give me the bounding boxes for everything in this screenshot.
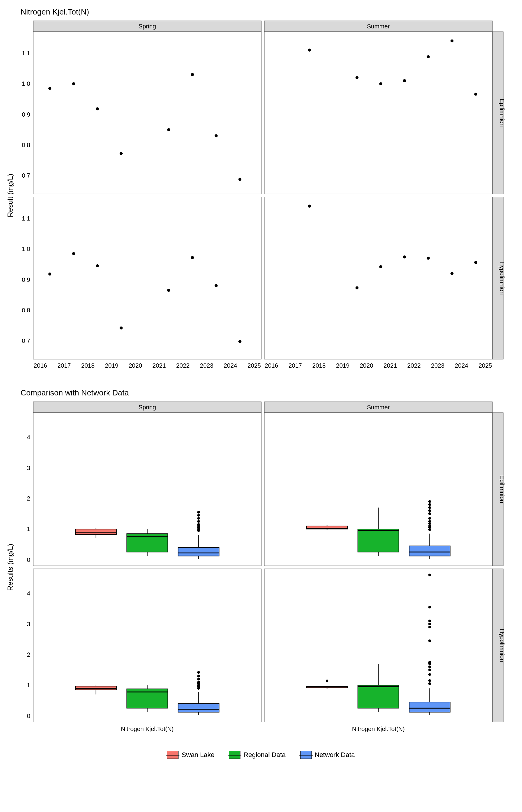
svg-text:Nitrogen Kjel.Tot(N): Nitrogen Kjel.Tot(N) xyxy=(352,726,405,732)
svg-text:2016: 2016 xyxy=(34,362,47,369)
svg-text:Summer: Summer xyxy=(367,23,390,29)
svg-point-233 xyxy=(428,512,431,515)
svg-point-122 xyxy=(474,261,477,264)
legend-item-network: Network Data xyxy=(300,751,355,759)
svg-text:2022: 2022 xyxy=(176,362,190,369)
boxplot-svg: Results (mg/L)SpringSummerEpilimnionHypo… xyxy=(6,401,516,739)
svg-point-264 xyxy=(428,661,431,664)
svg-rect-221 xyxy=(358,529,399,552)
svg-text:Hypolimnion: Hypolimnion xyxy=(499,261,505,295)
svg-rect-225 xyxy=(409,546,450,556)
svg-point-270 xyxy=(428,574,431,576)
svg-point-269 xyxy=(428,606,431,608)
svg-point-59 xyxy=(191,256,194,259)
svg-point-57 xyxy=(120,327,123,329)
svg-text:2019: 2019 xyxy=(336,362,349,369)
svg-text:1.1: 1.1 xyxy=(22,215,30,222)
svg-point-200 xyxy=(197,674,200,677)
legend: Swan Lake Regional Data Network Data xyxy=(6,751,516,759)
svg-text:2025: 2025 xyxy=(247,362,261,369)
svg-point-198 xyxy=(197,681,200,684)
svg-text:0.9: 0.9 xyxy=(22,111,30,118)
svg-point-121 xyxy=(450,272,454,275)
svg-point-31 xyxy=(215,134,218,137)
svg-text:0.7: 0.7 xyxy=(22,172,30,179)
svg-text:2024: 2024 xyxy=(455,362,468,369)
svg-text:2016: 2016 xyxy=(265,362,278,369)
legend-item-regional: Regional Data xyxy=(229,751,285,759)
svg-point-32 xyxy=(238,178,241,181)
svg-point-267 xyxy=(428,623,431,625)
svg-point-98 xyxy=(450,39,454,42)
svg-point-58 xyxy=(167,289,170,292)
svg-point-28 xyxy=(120,152,123,155)
svg-point-27 xyxy=(96,107,99,110)
svg-point-261 xyxy=(428,669,431,671)
svg-rect-53 xyxy=(33,197,261,359)
svg-point-234 xyxy=(428,509,431,512)
svg-text:0: 0 xyxy=(27,713,30,719)
svg-point-229 xyxy=(428,525,431,527)
svg-point-232 xyxy=(428,517,431,520)
svg-text:0: 0 xyxy=(27,556,30,563)
svg-point-259 xyxy=(428,679,431,682)
svg-text:0.8: 0.8 xyxy=(22,307,30,313)
svg-text:2021: 2021 xyxy=(153,362,166,369)
boxplot-block: Comparison with Network Data Results (mg… xyxy=(6,388,516,739)
svg-text:2018: 2018 xyxy=(81,362,95,369)
svg-point-266 xyxy=(428,626,431,628)
svg-text:2018: 2018 xyxy=(313,362,326,369)
scatter-block: Nitrogen Kjel.Tot(N) Result (mg/L)Spring… xyxy=(6,7,516,376)
svg-point-25 xyxy=(48,87,52,90)
svg-point-268 xyxy=(428,620,431,622)
svg-text:2021: 2021 xyxy=(384,362,397,369)
svg-text:Epilimnion: Epilimnion xyxy=(499,99,505,126)
svg-text:2024: 2024 xyxy=(224,362,237,369)
scatter-svg: Result (mg/L)SpringSummerEpilimnionHypol… xyxy=(6,20,516,376)
svg-point-120 xyxy=(427,257,430,260)
svg-point-30 xyxy=(191,73,194,76)
svg-point-262 xyxy=(428,666,431,668)
svg-point-93 xyxy=(308,49,311,52)
svg-text:2019: 2019 xyxy=(105,362,118,369)
svg-point-56 xyxy=(96,264,99,267)
svg-point-54 xyxy=(48,272,52,276)
svg-text:0.9: 0.9 xyxy=(22,277,30,283)
svg-point-260 xyxy=(428,673,431,676)
svg-text:2023: 2023 xyxy=(200,362,214,369)
svg-text:Hypolimnion: Hypolimnion xyxy=(499,629,505,662)
svg-text:1: 1 xyxy=(27,682,30,688)
svg-point-119 xyxy=(403,256,406,259)
svg-point-167 xyxy=(197,517,200,520)
legend-swatch-network xyxy=(300,751,312,759)
legend-item-swan: Swan Lake xyxy=(167,751,215,759)
svg-text:Results (mg/L): Results (mg/L) xyxy=(6,544,14,591)
svg-rect-115 xyxy=(264,197,493,359)
svg-point-94 xyxy=(356,76,359,79)
svg-text:2020: 2020 xyxy=(129,362,142,369)
legend-swatch-swan xyxy=(167,751,179,759)
svg-text:2023: 2023 xyxy=(431,362,445,369)
svg-text:Result (mg/L): Result (mg/L) xyxy=(6,174,14,217)
svg-text:1: 1 xyxy=(27,526,30,532)
svg-point-231 xyxy=(428,520,431,523)
svg-point-26 xyxy=(72,82,75,85)
svg-text:2022: 2022 xyxy=(407,362,421,369)
svg-point-116 xyxy=(308,204,311,207)
svg-text:Nitrogen Kjel.Tot(N): Nitrogen Kjel.Tot(N) xyxy=(121,726,174,732)
svg-point-265 xyxy=(428,640,431,642)
svg-point-235 xyxy=(428,506,431,509)
svg-rect-252 xyxy=(358,685,399,708)
svg-text:4: 4 xyxy=(27,434,30,441)
svg-point-168 xyxy=(197,514,200,516)
svg-point-95 xyxy=(379,82,382,85)
svg-text:Summer: Summer xyxy=(367,404,390,410)
svg-text:1.0: 1.0 xyxy=(22,246,30,252)
svg-text:Epilimnion: Epilimnion xyxy=(499,475,505,503)
boxplot-title: Comparison with Network Data xyxy=(21,388,516,398)
svg-text:2: 2 xyxy=(27,651,30,658)
legend-label-regional: Regional Data xyxy=(243,751,285,759)
svg-text:Spring: Spring xyxy=(139,404,156,410)
svg-point-201 xyxy=(197,671,200,674)
svg-rect-159 xyxy=(178,547,219,556)
